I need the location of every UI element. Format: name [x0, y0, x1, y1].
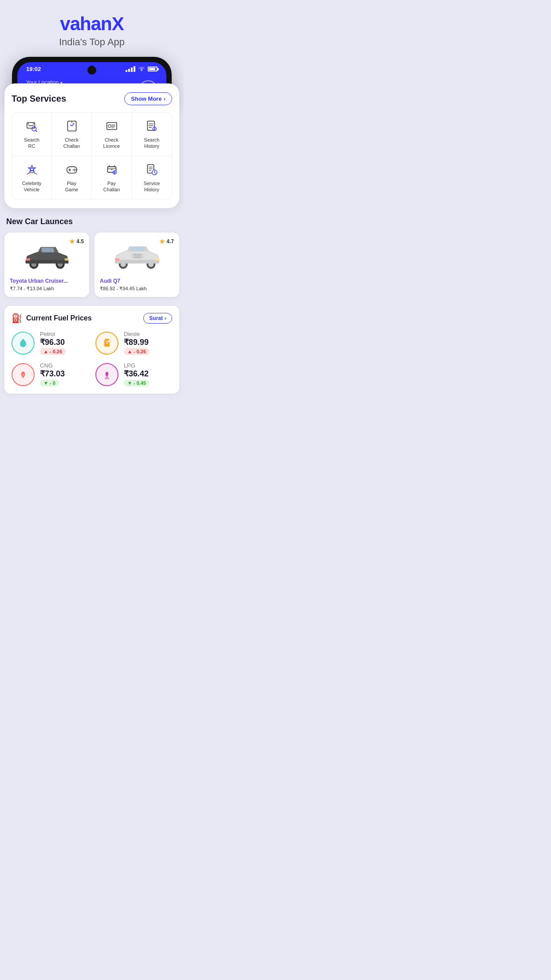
cng-price: ₹73.03 [40, 369, 65, 379]
signal-icon [126, 66, 135, 72]
svg-rect-48 [115, 258, 119, 261]
cng-icon [12, 363, 35, 386]
cng-change: ▼ - 0 [40, 379, 59, 387]
svg-rect-46 [115, 260, 159, 263]
city-selector-button[interactable]: Surat › [143, 313, 172, 324]
petrol-icon [12, 332, 35, 355]
svg-point-24 [75, 169, 76, 170]
service-history-label: ServiceHistory [144, 180, 160, 193]
status-time: 19:02 [26, 66, 41, 72]
pay-challan-icon [105, 162, 119, 177]
star-icon: ★ [69, 238, 75, 245]
fuel-title: ⛽ Current Fuel Prices [12, 313, 92, 324]
svg-point-3 [33, 123, 34, 124]
chevron-right-icon: › [164, 95, 165, 102]
lpg-change: ▼ - 0.45 [124, 379, 150, 387]
car-card-audi[interactable]: ★ 4.7 [94, 233, 179, 297]
check-challan-icon: ₹ [65, 119, 79, 133]
audi-rating: ★ 4.7 [159, 238, 174, 245]
fuel-item-diesel: Diesle ₹89.99 ▲ - 0.26 [95, 331, 172, 355]
service-check-challan[interactable]: ₹ CheckChallan [52, 113, 92, 156]
title-normal: vahan [60, 13, 111, 34]
svg-rect-39 [25, 260, 68, 263]
title-accent: X [112, 13, 124, 34]
status-icons [126, 66, 157, 72]
services-title: Top Services [12, 94, 66, 104]
lpg-icon [95, 363, 118, 386]
toyota-rating: ★ 4.5 [69, 238, 84, 245]
fuel-prices-section: ⛽ Current Fuel Prices Surat › Petrol ₹96… [4, 306, 179, 394]
services-header: Top Services Show More › [12, 92, 172, 105]
svg-point-58 [105, 377, 109, 379]
svg-point-22 [74, 170, 75, 171]
svg-point-2 [28, 123, 28, 124]
fuel-grid: Petrol ₹96.30 ▲ - 0.26 Die [12, 331, 172, 387]
search-history-icon [145, 119, 159, 133]
petrol-type: Petrol [40, 331, 66, 337]
toyota-car-image [23, 241, 71, 270]
svg-point-57 [108, 340, 110, 343]
fuel-item-petrol: Petrol ₹96.30 ▲ - 0.26 [12, 331, 88, 355]
app-header: vahanX India's Top App [50, 0, 134, 57]
audi-name: Audi Q7 [100, 278, 174, 284]
svg-point-21 [74, 169, 75, 170]
audi-car-image [113, 241, 161, 270]
diesel-change: ▲ - 0.26 [124, 348, 150, 355]
cars-grid: ★ 4.5 Toyota Urban Cruiser... [4, 233, 179, 297]
chevron-right-icon: › [165, 315, 166, 321]
phone-notch [87, 66, 96, 75]
search-rc-icon [25, 119, 39, 133]
service-play-game[interactable]: PlayGame [52, 156, 92, 199]
wifi-icon [138, 66, 145, 72]
lpg-price: ₹36.42 [124, 369, 150, 379]
service-history-icon [145, 162, 159, 177]
new-cars-title: New Car Launces [4, 217, 179, 226]
play-game-icon [65, 162, 79, 177]
diesel-type: Diesle [124, 331, 150, 337]
toyota-price: ₹7.74 - ₹13.04 Lakh [10, 286, 84, 292]
svg-rect-40 [64, 258, 69, 261]
cng-type: CNG [40, 362, 65, 369]
service-check-licence[interactable]: CheckLicence [92, 113, 132, 156]
check-licence-label: CheckLicence [103, 137, 120, 150]
fuel-item-cng: CNG ₹73.03 ▼ - 0 [12, 362, 88, 387]
app-subtitle: India's Top App [59, 36, 125, 48]
svg-line-6 [35, 130, 37, 132]
svg-rect-47 [155, 258, 160, 261]
svg-rect-4 [28, 125, 33, 126]
svg-text:₹: ₹ [71, 121, 72, 124]
service-pay-challan[interactable]: PayChallan [92, 156, 132, 199]
service-celebrity-vehicle[interactable]: CelebrityVehicle [12, 156, 52, 199]
diesel-price: ₹89.99 [124, 337, 150, 347]
service-search-rc[interactable]: SearchRC [12, 113, 52, 156]
pay-challan-label: PayChallan [103, 180, 120, 193]
services-grid: SearchRC ₹ CheckChallan CheckLicence [12, 112, 172, 199]
car-card-toyota[interactable]: ★ 4.5 Toyota Urban Cruiser... [4, 233, 89, 297]
search-rc-label: SearchRC [24, 137, 39, 150]
battery-icon [148, 67, 157, 71]
check-challan-label: CheckChallan [63, 137, 80, 150]
service-service-history[interactable]: ServiceHistory [132, 156, 172, 199]
svg-rect-1 [27, 122, 35, 128]
app-title: vahanX [59, 13, 125, 35]
celebrity-vehicle-label: CelebrityVehicle [22, 180, 41, 193]
new-cars-section: New Car Launces ★ 4.5 [4, 208, 179, 394]
toyota-name: Toyota Urban Cruiser... [10, 278, 84, 284]
diesel-icon [95, 332, 118, 355]
svg-point-28 [111, 169, 112, 170]
fuel-pump-icon: ⛽ [12, 313, 23, 324]
svg-rect-41 [25, 258, 30, 261]
fuel-item-lpg: LPG ₹36.42 ▼ - 0.45 [95, 362, 172, 387]
search-history-label: SearchHistory [144, 137, 160, 150]
svg-point-10 [108, 125, 111, 127]
celebrity-icon [25, 162, 39, 177]
lpg-type: LPG [124, 362, 150, 369]
svg-point-23 [73, 169, 74, 170]
play-game-label: PlayGame [65, 180, 79, 193]
star-icon: ★ [159, 238, 165, 245]
fuel-header: ⛽ Current Fuel Prices Surat › [12, 313, 172, 324]
service-search-history[interactable]: SearchHistory [132, 113, 172, 156]
petrol-price: ₹96.30 [40, 337, 66, 347]
audi-price: ₹86.92 - ₹94.45 Lakh [100, 286, 174, 292]
show-more-button[interactable]: Show More › [124, 92, 172, 105]
